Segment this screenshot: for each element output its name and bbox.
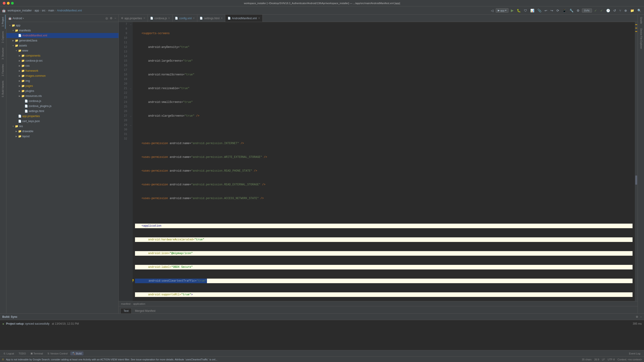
tree-item-plugins[interactable]: ▶ 📁 plugins <box>6 88 118 94</box>
tree-item-cordova-plugins-js[interactable]: 📄 cordova_plugins.js <box>6 104 118 108</box>
breadcrumb-main[interactable]: main <box>48 9 54 12</box>
btab-todo[interactable]: TODO <box>17 352 28 355</box>
back-icon[interactable]: ◁ <box>490 8 494 13</box>
vtab-captures[interactable]: 2: Captures <box>1 29 6 45</box>
collapse-icon[interactable]: − <box>114 16 117 20</box>
tab-androidmanifest[interactable]: 📄 AndroidManifest.xml ✕ <box>225 15 263 22</box>
run-button[interactable]: ▶ <box>510 8 514 13</box>
svn-rollback-icon[interactable]: ↺ <box>612 8 617 13</box>
btab-version-control[interactable]: 9: Version Control <box>46 352 69 355</box>
tab-text[interactable]: Text <box>120 308 132 314</box>
btab-logcat[interactable]: 6: Logcat <box>2 352 16 355</box>
debug-icon[interactable]: 🐛 <box>516 8 522 13</box>
tab-close[interactable]: ✕ <box>258 17 260 20</box>
tree-item-app-properties[interactable]: 📄 app.properties <box>6 114 118 119</box>
sdk-icon[interactable]: 🔧 <box>568 8 574 13</box>
status-position[interactable]: 26:9 <box>594 358 599 361</box>
svn-clock-icon[interactable]: 🕐 <box>605 8 611 13</box>
fold-29[interactable]: ⌄ <box>129 123 133 128</box>
tree-item-cert-keys[interactable]: 📄 cert_keys.json <box>6 119 118 124</box>
vtab-favorites[interactable]: 2: Favorites <box>1 62 6 78</box>
status-encoding[interactable]: UTF-8 <box>608 358 615 361</box>
tree-item-img[interactable]: ▶ 📁 img <box>6 78 118 84</box>
svn-branch-icon[interactable]: ⑂ <box>618 8 622 13</box>
tree-item-res[interactable]: ▾ 📁 res <box>6 124 118 129</box>
js-icon: 📄 <box>150 17 153 20</box>
profiler-icon[interactable]: 📊 <box>530 8 535 13</box>
tab-close[interactable]: ✕ <box>143 17 145 20</box>
scrollbar[interactable] <box>635 22 638 301</box>
tab-cordova-js[interactable]: 📄 cordova.js ✕ <box>148 15 173 22</box>
tab-close[interactable]: ✕ <box>168 17 170 20</box>
settings-icon[interactable]: ⚙ <box>576 8 580 13</box>
tab-merged-manifest[interactable]: Merged Manifest <box>132 308 158 314</box>
vtab-project[interactable]: 1: Project <box>1 15 6 29</box>
tree-item-www[interactable]: ▾ 📁 www <box>6 48 118 53</box>
status-lf[interactable]: LF <box>602 358 605 361</box>
tree-item-resources-nls[interactable]: ▶ 📁 resources.nls <box>6 94 118 98</box>
tree-item-cordova-js[interactable]: 📄 cordova.js <box>6 98 118 104</box>
svn-accept-icon[interactable]: ✓ <box>599 8 604 13</box>
tree-item-framework[interactable]: ▶ 📁 framework <box>6 68 118 73</box>
tab-settings-html[interactable]: 📄 settings.html ✕ <box>197 15 225 22</box>
vtab-structure[interactable]: 3: Structure <box>1 45 6 62</box>
run-config-button[interactable]: ▶ app ▾ <box>496 8 508 12</box>
fold-21[interactable]: ⌄ <box>129 86 133 91</box>
tree-item-cordova-js-src[interactable]: ▶ 📁 cordova-js-src <box>6 58 118 63</box>
tab-close[interactable]: ✕ <box>193 17 195 20</box>
breadcrumb-manifest[interactable]: manifest <box>121 302 131 305</box>
minimize-button[interactable] <box>7 2 10 4</box>
status-chars: 35 chars <box>582 358 592 361</box>
vtab-build-variants[interactable]: 5: Build Variants <box>1 78 6 100</box>
tree-item-generatedjava[interactable]: ▶ 📁 generatedJava <box>6 38 118 43</box>
close-button[interactable] <box>3 2 6 4</box>
breadcrumb-src[interactable]: src <box>42 9 46 12</box>
undo-icon[interactable]: ↩ <box>544 8 548 13</box>
tree-item-settings-html[interactable]: 📄 settings.html <box>6 108 118 114</box>
tree-item-css[interactable]: ▶ 📁 css <box>6 63 118 68</box>
breadcrumb-manifest[interactable]: AndroidManifest.xml <box>57 9 82 12</box>
svn-merge-icon[interactable]: ⊕ <box>623 8 628 13</box>
redo-icon[interactable]: ↪ <box>550 8 554 13</box>
breadcrumb-app[interactable]: app <box>34 9 39 12</box>
btab-build[interactable]: 🔨 Build <box>70 352 84 355</box>
tree-item-components[interactable]: ▶ 📁 components <box>6 53 118 58</box>
btab-terminal[interactable]: ▣ Terminal <box>29 352 45 355</box>
tab-config-xml[interactable]: 📄 config.xml ✕ <box>172 15 197 22</box>
vtab-device-explorer[interactable]: Device File Explorer <box>638 26 643 51</box>
build-close-icon[interactable]: − <box>640 315 642 318</box>
avd-icon[interactable]: 📱 <box>562 8 567 13</box>
build-settings-icon[interactable]: ⚙ <box>636 315 638 318</box>
svn-check-icon[interactable]: ✓ <box>593 8 598 13</box>
breadcrumb-application[interactable]: application <box>133 302 145 305</box>
tree-item-layout[interactable]: ▶ 📁 layout <box>6 134 118 139</box>
attach-icon[interactable]: 📎 <box>536 8 542 13</box>
svn-browse-icon[interactable]: 📁 <box>629 8 635 13</box>
sync-icon[interactable]: ⟳ <box>556 8 560 13</box>
event-log-button[interactable]: Event Log <box>627 352 642 355</box>
fold-27[interactable]: ⌄ <box>129 114 133 118</box>
tab-app-properties[interactable]: ⚙ app.properties ✕ <box>119 15 148 22</box>
search-icon[interactable]: 🔍 <box>636 8 642 13</box>
tree-item-assets[interactable]: ▾ 📁 assets <box>6 43 118 48</box>
coverage-icon[interactable]: 🛡 <box>523 8 528 13</box>
fold-7[interactable]: ⌄ <box>129 22 133 26</box>
scope-icon[interactable]: ◎ <box>105 16 108 20</box>
tree-item-images-common[interactable]: ▶ 📁 images.common <box>6 73 118 78</box>
tree-item-pages[interactable]: ▶ 📁 pages <box>6 84 118 88</box>
breadcrumb-workspace[interactable]: workspace_installer <box>8 9 32 12</box>
vtab-gradle[interactable]: Gradle <box>638 15 643 26</box>
panel-actions: ◎ ⚙ − <box>105 16 117 20</box>
tree-item-drawable[interactable]: ▶ 📁 drawable <box>6 129 118 134</box>
cog-icon[interactable]: ⚙ <box>109 16 113 20</box>
tab-close[interactable]: ✕ <box>221 17 223 20</box>
tree-item-manifests[interactable]: ▾ 📁 manifests <box>6 28 118 33</box>
build-panel: Build: Sync ⚙ − ● Project setup: synced … <box>0 314 644 350</box>
tree-item-app[interactable]: ▾ 📁 app <box>6 23 118 28</box>
tree-item-androidmanifest[interactable]: 📄 AndroidManifest.xml <box>6 33 118 38</box>
maximize-button[interactable] <box>11 2 14 4</box>
code-content[interactable]: <supports-screens android:anyDensity="tr… <box>133 22 635 301</box>
expand-arrow: ▶ <box>15 135 18 138</box>
code-editor[interactable]: 7 8 9 10 11 12 13 14 15 16 17 18 19 20 2… <box>119 22 638 301</box>
js-file-icon: 📄 <box>24 104 28 108</box>
